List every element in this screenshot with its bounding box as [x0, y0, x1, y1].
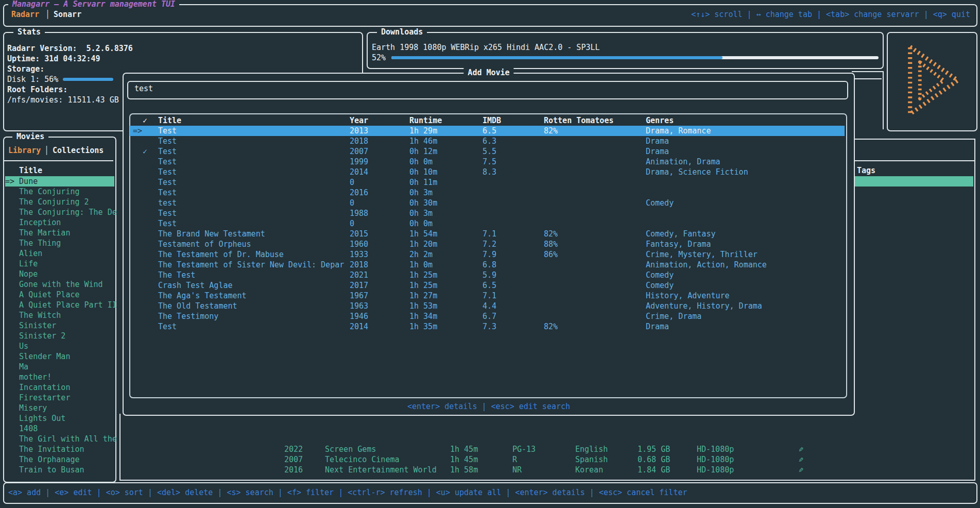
result-year: 0 — [350, 198, 354, 208]
library-item[interactable]: Lights Out — [5, 413, 114, 424]
result-year: 0 — [350, 218, 354, 229]
result-imdb: 5.9 — [483, 270, 496, 280]
footer-keybind-hints: <a> add | <e> edit | <o> sort | <del> de… — [8, 487, 687, 498]
tab-sonarr[interactable]: Sonarr — [54, 9, 81, 20]
movie-table-row[interactable]: 2022Screen Gems1h 45mPG-13English1.95 GB… — [0, 444, 980, 454]
download-item-name[interactable]: Earth 1998 1080p WEBRip x265 Hindi AAC2.… — [372, 42, 600, 53]
movie-year: 2022 — [284, 444, 303, 454]
result-genres: Drama, Science Fiction — [646, 167, 748, 177]
result-runtime: 1h 54m — [409, 229, 437, 239]
result-year: 2014 — [350, 167, 368, 177]
result-row[interactable]: The Test20211h 25m5.9Comedy — [130, 270, 845, 280]
result-row[interactable]: Test20140h 10m8.3Drama, Science Fiction — [130, 167, 845, 177]
col-genres: Genres — [646, 115, 674, 126]
library-item[interactable]: The Invitation — [5, 444, 114, 454]
result-runtime: 1h 29m — [409, 126, 437, 136]
library-item[interactable]: Gone with the Wind — [5, 279, 114, 290]
library-item[interactable]: Firestarter — [5, 393, 114, 403]
result-title: The Testimony — [158, 311, 218, 321]
result-row[interactable]: =>Test20131h 29m6.582%Drama, Romance — [130, 126, 845, 136]
result-row[interactable]: Test19880h 3m — [130, 208, 845, 218]
result-runtime: 0h 10m — [409, 167, 437, 177]
tab-library[interactable]: Library — [8, 145, 41, 156]
result-row[interactable]: Test00h 0m — [130, 218, 845, 229]
library-item[interactable]: The Conjuring — [5, 187, 114, 197]
result-genres: Drama, Romance — [646, 126, 711, 136]
result-row[interactable]: Test20141h 35m7.382%Drama — [130, 321, 845, 332]
library-item[interactable]: A Quiet Place — [5, 290, 114, 300]
library-item[interactable]: Incantation — [5, 382, 114, 393]
movie-table-row[interactable]: 2016Next Entertainment World1h 58mNRKore… — [0, 465, 980, 475]
library-item[interactable]: Inception — [5, 217, 114, 228]
movie-table-row[interactable]: 2007Telecinco Cinema1h 45mRSpanish0.68 G… — [0, 454, 980, 465]
result-runtime: 0h 12m — [409, 146, 437, 157]
result-runtime: 1h 46m — [409, 136, 437, 146]
library-item[interactable]: Sinister 2 — [5, 331, 114, 341]
library-item[interactable]: => Dune — [5, 176, 114, 187]
library-item[interactable]: The Conjuring 2 — [5, 197, 114, 207]
result-year: 1967 — [350, 291, 368, 301]
movie-size: 0.68 GB — [638, 454, 670, 465]
result-row[interactable]: The Old Testament19631h 53m4.4Adventure,… — [130, 301, 845, 311]
result-imdb: 6.5 — [483, 280, 496, 291]
tab-radarr[interactable]: Radarr — [11, 9, 39, 20]
result-genres: Comedy — [646, 280, 674, 291]
result-title: Test — [158, 218, 177, 229]
result-row[interactable]: Crash Test Aglae20171h 25m6.5Comedy — [130, 280, 845, 291]
library-item[interactable]: The Orphanage — [5, 454, 114, 465]
result-title: Test — [158, 188, 177, 198]
tab-collections[interactable]: Collections — [53, 145, 104, 156]
movie-quality: HD-1080p — [697, 465, 734, 475]
result-title: Test — [158, 157, 177, 167]
library-item[interactable]: Sinister — [5, 320, 114, 331]
movie-studio: Next Entertainment World — [325, 465, 437, 475]
library-item[interactable]: Nope — [5, 269, 114, 279]
library-item[interactable]: Life — [5, 259, 114, 269]
bg-table-top-border — [852, 71, 884, 72]
result-row[interactable]: test00h 30mComedy — [130, 198, 845, 208]
result-row[interactable]: Test20181h 46m6.3Drama — [130, 136, 845, 146]
result-title: test — [158, 198, 177, 208]
result-imdb: 4.4 — [483, 301, 496, 311]
result-row[interactable]: Testament of Orpheus19601h 20m7.288%Fant… — [130, 239, 845, 249]
result-row[interactable]: The Testament of Dr. Mabuse19332h 2m7.98… — [130, 249, 845, 260]
result-row[interactable]: ✓Test20070h 12m5.5Drama — [130, 146, 845, 157]
library-item[interactable]: A Quiet Place Part II — [5, 300, 114, 310]
library-item[interactable]: Us — [5, 341, 114, 351]
result-year: 1946 — [350, 311, 368, 321]
library-item[interactable]: Alien — [5, 248, 114, 259]
disk-usage-bar — [63, 78, 113, 81]
result-row[interactable]: The Testament of Sister New Devil: Depar… — [130, 260, 845, 270]
result-genres: Crime, Mystery, Thriller — [646, 249, 758, 260]
result-year: 2018 — [350, 260, 368, 270]
library-item[interactable]: The Thing — [5, 238, 114, 248]
result-title: Test — [158, 146, 177, 157]
result-year: 2018 — [350, 136, 368, 146]
library-item[interactable]: The Girl with All the — [5, 434, 114, 444]
result-row[interactable]: Test20160h 3m — [130, 188, 845, 198]
tags-selected-row[interactable] — [853, 176, 973, 187]
library-item[interactable]: mother! — [5, 372, 114, 382]
library-item[interactable]: 1408 — [5, 424, 114, 434]
stats-version: Radarr Version: 5.2.6.8376 — [7, 43, 133, 54]
result-row[interactable]: Test19990h 0m7.5Animation, Drama — [130, 157, 845, 167]
logo-panel — [887, 32, 977, 131]
col-rt: Rotten Tomatoes — [544, 115, 613, 126]
col-title: Title — [158, 115, 181, 126]
result-row[interactable]: The Testimony19461h 34m6.7Crime, Drama — [130, 311, 845, 321]
library-item[interactable]: Train to Busan — [5, 465, 114, 475]
result-runtime: 1h 53m — [409, 301, 437, 311]
result-genres: Animation, Action, Romance — [646, 260, 767, 270]
result-row[interactable]: The Brand New Testament20151h 54m7.182%C… — [130, 229, 845, 239]
library-item[interactable]: The Witch — [5, 310, 114, 320]
movie-search-input[interactable] — [133, 83, 818, 94]
library-item[interactable]: Misery — [5, 403, 114, 413]
library-item[interactable]: Slender Man — [5, 351, 114, 362]
library-item[interactable]: The Conjuring: The De — [5, 207, 114, 217]
result-year: 1963 — [350, 301, 368, 311]
library-item[interactable]: Ma — [5, 362, 114, 372]
header-panel: Managarr – A Servarr management TUI Rada… — [3, 4, 977, 27]
result-row[interactable]: Test00h 11m — [130, 177, 845, 188]
result-row[interactable]: The Aga's Testament19671h 27m7.1History,… — [130, 291, 845, 301]
library-item[interactable]: The Martian — [5, 228, 114, 238]
